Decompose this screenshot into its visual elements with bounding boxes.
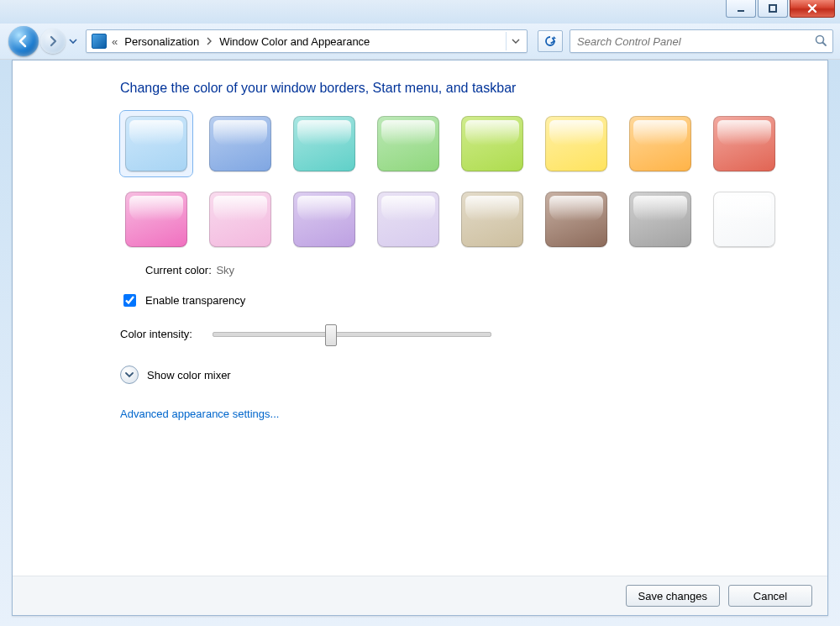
color-mixer-row[interactable]: Show color mixer xyxy=(120,366,804,384)
color-swatch[interactable] xyxy=(288,111,360,176)
color-swatch[interactable] xyxy=(540,111,612,176)
current-color-row: Current color: Sky xyxy=(145,264,804,276)
transparency-label[interactable]: Enable transparency xyxy=(145,294,245,307)
cancel-button[interactable]: Cancel xyxy=(728,585,812,607)
current-color-label: Current color: xyxy=(145,264,212,276)
page-heading: Change the color of your window borders,… xyxy=(120,81,804,96)
color-swatch-slate[interactable] xyxy=(629,192,691,247)
color-swatch[interactable] xyxy=(372,111,444,176)
color-swatch-sun[interactable] xyxy=(545,116,607,171)
color-swatch-lavender[interactable] xyxy=(377,192,439,247)
color-swatch-sea[interactable] xyxy=(293,116,355,171)
transparency-checkbox[interactable] xyxy=(123,294,136,307)
content-body: Change the color of your window borders,… xyxy=(13,60,827,576)
svg-marker-2 xyxy=(554,36,556,39)
intensity-slider-thumb[interactable] xyxy=(325,324,337,346)
color-swatch[interactable] xyxy=(624,187,696,252)
color-mixer-label: Show color mixer xyxy=(147,369,231,381)
color-swatch-lime[interactable] xyxy=(461,116,523,171)
color-swatch[interactable] xyxy=(456,111,528,176)
color-swatch-pumpkin[interactable] xyxy=(629,116,691,171)
back-button[interactable] xyxy=(8,26,39,56)
svg-line-4 xyxy=(823,42,827,45)
search-input[interactable] xyxy=(575,34,814,49)
color-swatch[interactable] xyxy=(540,187,612,252)
color-swatch-twilight[interactable] xyxy=(209,116,271,171)
refresh-button[interactable] xyxy=(538,30,563,52)
color-swatch[interactable] xyxy=(456,187,528,252)
advanced-appearance-link[interactable]: Advanced appearance settings... xyxy=(120,408,804,420)
color-swatch[interactable] xyxy=(120,187,192,252)
forward-button[interactable] xyxy=(40,29,66,54)
color-swatch[interactable] xyxy=(204,111,276,176)
search-icon xyxy=(814,34,827,50)
address-dropdown[interactable] xyxy=(506,32,525,50)
color-swatch[interactable] xyxy=(708,187,780,252)
content-panel: Change the color of your window borders,… xyxy=(12,60,828,616)
color-swatch-frost[interactable] xyxy=(713,192,775,247)
intensity-slider[interactable] xyxy=(213,332,491,337)
breadcrumb-personalization[interactable]: Personalization xyxy=(123,35,201,48)
nav-buttons xyxy=(8,26,79,56)
color-swatch-grid xyxy=(120,111,804,252)
intensity-label: Color intensity: xyxy=(120,328,192,340)
color-swatch-chocolate[interactable] xyxy=(545,192,607,247)
save-button[interactable]: Save changes xyxy=(626,585,720,607)
color-swatch-taupe[interactable] xyxy=(461,192,523,247)
chevron-right-icon xyxy=(206,35,213,48)
toolbar: « Personalization Window Color and Appea… xyxy=(0,24,840,60)
control-panel-icon xyxy=(92,34,107,49)
color-swatch-ruby[interactable] xyxy=(713,116,775,171)
window-buttons xyxy=(724,0,835,18)
color-swatch[interactable] xyxy=(120,111,192,176)
color-swatch-blush[interactable] xyxy=(209,192,271,247)
color-swatch[interactable] xyxy=(624,111,696,176)
search-box[interactable] xyxy=(570,29,833,53)
maximize-button[interactable] xyxy=(758,0,788,18)
transparency-row: Enable transparency xyxy=(120,292,804,309)
footer: Save changes Cancel xyxy=(13,576,827,615)
svg-rect-1 xyxy=(769,5,776,12)
breadcrumb-window-color[interactable]: Window Color and Appearance xyxy=(218,35,371,48)
color-swatch-sky[interactable] xyxy=(125,116,187,171)
nav-history-dropdown[interactable] xyxy=(67,37,79,45)
color-swatch[interactable] xyxy=(204,187,276,252)
color-swatch-violet[interactable] xyxy=(293,192,355,247)
color-swatch-leaf[interactable] xyxy=(377,116,439,171)
titlebar xyxy=(0,0,840,24)
color-swatch-fuchsia[interactable] xyxy=(125,192,187,247)
address-bar[interactable]: « Personalization Window Color and Appea… xyxy=(86,29,528,53)
chevron-down-icon[interactable] xyxy=(120,366,139,384)
svg-rect-0 xyxy=(738,10,744,12)
current-color-value: Sky xyxy=(216,264,234,276)
close-button[interactable] xyxy=(790,0,835,18)
minimize-button[interactable] xyxy=(726,0,756,18)
color-swatch[interactable] xyxy=(288,187,360,252)
breadcrumb-prefix: « xyxy=(112,35,118,48)
color-swatch[interactable] xyxy=(708,111,780,176)
color-swatch[interactable] xyxy=(372,187,444,252)
intensity-row: Color intensity: xyxy=(120,328,804,340)
